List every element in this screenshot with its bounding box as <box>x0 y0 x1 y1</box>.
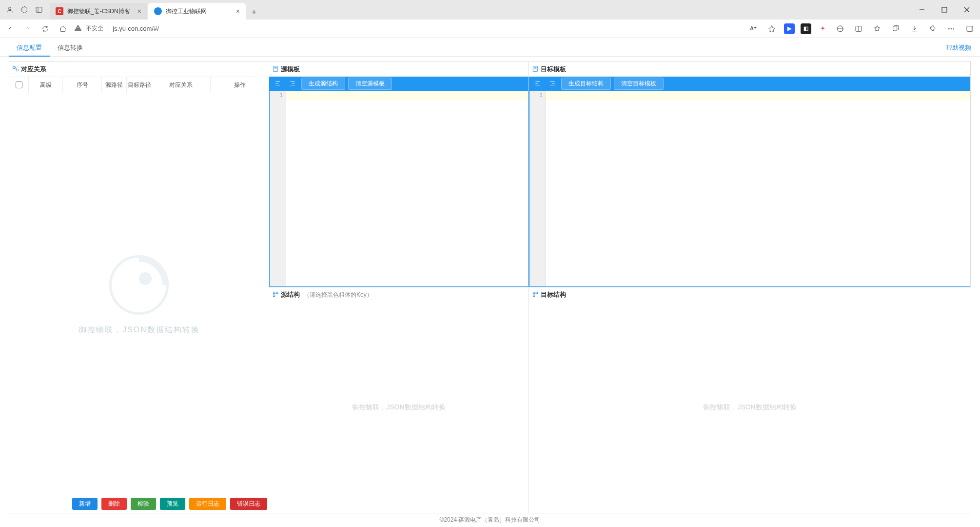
page-footer: ©2024 葆源电产（青岛）科技有限公司 <box>9 513 971 526</box>
source-editor[interactable]: 1 <box>269 90 529 287</box>
indent-left-icon[interactable] <box>532 78 544 89</box>
panel-title: 目标模板 <box>541 65 566 74</box>
struct-icon <box>532 291 539 299</box>
svg-point-11 <box>948 28 949 29</box>
preview-button[interactable]: 预览 <box>160 498 185 510</box>
favicon-csdn: C <box>56 7 63 15</box>
svg-point-0 <box>8 7 11 10</box>
tab-title: 御控物联_姜-CSDN博客 <box>67 7 130 16</box>
extension-icon[interactable] <box>834 22 846 35</box>
runlog-button[interactable]: 运行日志 <box>189 498 226 510</box>
tab-info-convert[interactable]: 信息转换 <box>50 39 91 57</box>
favicon-yucon <box>154 7 162 15</box>
add-button[interactable]: 新增 <box>72 498 98 510</box>
maximize-button[interactable] <box>933 2 956 18</box>
svg-rect-40 <box>273 295 275 297</box>
col-source-path: 源路径 <box>102 77 127 93</box>
sidebar-toggle-icon[interactable] <box>34 5 44 15</box>
read-aloud-icon[interactable]: A⁺ <box>747 22 760 35</box>
svg-rect-35 <box>16 69 18 71</box>
target-toolbar: 生成目标结构 清空目标模板 <box>529 77 970 90</box>
forward-button <box>21 22 34 35</box>
browser-tab-yucon[interactable]: 御控工业物联网 × <box>148 3 246 20</box>
svg-point-37 <box>139 272 152 285</box>
target-struct-empty: 御控物联，JSON数据结构转换 <box>529 302 971 513</box>
tab-info-config[interactable]: 信息配置 <box>9 39 50 57</box>
source-struct-empty: 御控物联，JSON数据结构转换 <box>269 302 529 513</box>
back-button[interactable] <box>4 22 17 35</box>
browser-tab-csdn[interactable]: C 御控物联_姜-CSDN博客 × <box>50 3 147 20</box>
workspaces-icon[interactable] <box>20 5 29 15</box>
col-relation: 对应关系 <box>152 77 211 93</box>
panel-source-struct: 源结构 （请选择黑色粗体的Key） 御控物联，JSON数据结构转换 <box>269 287 529 513</box>
favorite-icon[interactable] <box>765 22 778 35</box>
indent-right-icon[interactable] <box>547 78 558 89</box>
downloads-icon[interactable] <box>908 22 921 35</box>
url-box[interactable]: 不安全 | js.yu-con.com/#/ <box>74 24 269 33</box>
watermark-text: 御控物联，JSON数据结构转换 <box>78 325 200 335</box>
svg-point-12 <box>951 28 952 29</box>
watermark-text: 御控物联，JSON数据结构转换 <box>352 403 445 412</box>
svg-rect-38 <box>273 292 275 294</box>
url-text: js.yu-con.com/#/ <box>113 25 159 32</box>
panel-target-struct: 目标结构 御控物联，JSON数据结构转换 <box>529 287 971 513</box>
svg-rect-1 <box>36 7 42 13</box>
relation-icon <box>12 65 19 74</box>
svg-rect-14 <box>967 26 973 31</box>
svg-rect-34 <box>13 66 15 68</box>
more-icon[interactable] <box>945 22 958 35</box>
source-toolbar: 生成源结构 清空源模板 <box>269 77 529 90</box>
clear-source-template-button[interactable]: 清空源模板 <box>348 78 392 90</box>
col-advanced: 高级 <box>29 77 63 93</box>
check-button[interactable]: 检验 <box>131 498 156 510</box>
template-icon <box>272 65 279 74</box>
struct-icon <box>272 291 279 299</box>
collections-icon[interactable] <box>889 22 902 35</box>
gen-target-struct-button[interactable]: 生成目标结构 <box>561 78 611 90</box>
watermark-text: 御控物联，JSON数据结构转换 <box>703 403 796 412</box>
indent-left-icon[interactable] <box>272 78 284 89</box>
help-video-link[interactable]: 帮助视频 <box>946 43 971 52</box>
panel-title: 源模板 <box>281 65 300 74</box>
warning-icon <box>74 24 82 33</box>
select-all-checkbox[interactable] <box>16 81 22 88</box>
extension-icon[interactable]: ✦ <box>817 23 828 34</box>
refresh-button[interactable] <box>39 22 52 35</box>
gen-source-struct-button[interactable]: 生成源结构 <box>301 78 345 90</box>
errlog-button[interactable]: 错误日志 <box>230 498 267 510</box>
extension-icon[interactable]: ◧ <box>801 23 811 34</box>
delete-button[interactable]: 删除 <box>101 498 127 510</box>
panel-title: 目标结构 <box>541 290 566 299</box>
minimize-button[interactable] <box>911 2 933 18</box>
svg-point-36 <box>111 256 168 313</box>
col-target-path: 目标路径 <box>127 77 152 93</box>
close-icon[interactable]: × <box>236 7 240 15</box>
insecure-label: 不安全 <box>86 24 103 33</box>
extension-icon[interactable]: ▶ <box>784 23 795 34</box>
split-screen-icon[interactable] <box>852 22 865 35</box>
relation-empty-state: 御控物联，JSON数据结构转换 <box>9 93 269 495</box>
svg-rect-4 <box>942 7 947 12</box>
browser-tabs: C 御控物联_姜-CSDN博客 × 御控工业物联网 × + <box>50 0 261 20</box>
svg-rect-42 <box>536 292 538 294</box>
col-index: 序号 <box>63 77 102 93</box>
close-window-button[interactable] <box>956 2 978 18</box>
svg-rect-43 <box>533 295 535 297</box>
line-number: 1 <box>270 91 286 286</box>
copilot-sidebar-icon[interactable] <box>963 22 976 35</box>
svg-rect-41 <box>533 292 535 294</box>
target-editor[interactable]: 1 <box>529 90 970 287</box>
new-tab-button[interactable]: + <box>247 5 261 20</box>
home-button[interactable] <box>57 22 69 35</box>
indent-right-icon[interactable] <box>287 78 298 89</box>
favorites-bar-icon[interactable] <box>871 22 883 35</box>
address-bar: 不安全 | js.yu-con.com/#/ A⁺ ▶ ◧ ✦ <box>0 20 980 38</box>
tab-title: 御控工业物联网 <box>166 7 207 16</box>
svg-rect-10 <box>893 26 897 30</box>
panel-source-template: 源模板 生成源结构 清空源模板 1 <box>269 62 529 287</box>
clear-target-template-button[interactable]: 清空目标模板 <box>614 78 664 90</box>
panel-relation: 对应关系 高级 序号 源路径 目标路径 对应关系 操作 <box>9 62 269 513</box>
extensions-icon[interactable] <box>926 22 939 35</box>
close-icon[interactable]: × <box>137 7 141 15</box>
profile-icon[interactable] <box>5 5 15 15</box>
